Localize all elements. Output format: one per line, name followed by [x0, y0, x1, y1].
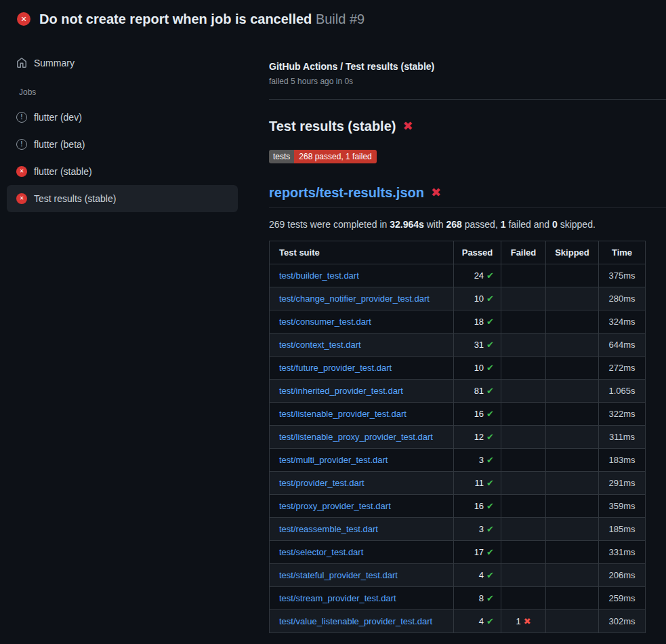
test-suite-link[interactable]: test/proxy_provider_test.dart: [279, 501, 391, 511]
test-suite-link[interactable]: test/selector_test.dart: [279, 547, 363, 557]
suite-cell: test/inherited_provider_test.dart: [270, 380, 454, 403]
divider: [269, 99, 666, 100]
check-icon: ✔: [486, 409, 494, 419]
check-icon: ✔: [486, 501, 494, 511]
table-row: test/future_provider_test.dart10✔272ms: [270, 357, 646, 380]
passed-count: 24: [474, 270, 484, 281]
check-icon: ✔: [486, 386, 494, 396]
col-header-skipped: Skipped: [546, 241, 599, 264]
cross-mark-icon: ✖: [524, 616, 531, 626]
time-cell: 183ms: [599, 449, 646, 472]
suite-cell: test/reassemble_test.dart: [270, 518, 454, 541]
passed-cell: 31✔: [454, 334, 501, 357]
table-row: test/inherited_provider_test.dart81✔1.06…: [270, 380, 646, 403]
sidebar-item-test-results-stable[interactable]: ✕Test results (stable): [7, 185, 238, 212]
time-cell: 206ms: [599, 564, 646, 587]
check-icon: ✔: [486, 524, 494, 534]
home-icon: [16, 58, 27, 68]
passed-count: 16: [474, 409, 484, 419]
test-suite-link[interactable]: test/listenable_provider_test.dart: [279, 409, 407, 419]
suite-cell: test/listenable_provider_test.dart: [270, 403, 454, 426]
summary-text: passed,: [462, 219, 501, 230]
skipped-cell: [546, 264, 599, 287]
table-row: test/value_listenable_provider_test.dart…: [270, 610, 646, 633]
skipped-cell: [546, 518, 599, 541]
suite-cell: test/builder_test.dart: [270, 264, 454, 287]
test-suite-link[interactable]: test/builder_test.dart: [279, 270, 359, 281]
test-suite-link[interactable]: test/stream_provider_test.dart: [279, 593, 396, 603]
time-cell: 359ms: [599, 495, 646, 518]
passed-cell: 18✔: [454, 310, 501, 334]
time-cell: 272ms: [599, 357, 646, 380]
test-suite-link[interactable]: test/consumer_test.dart: [279, 317, 371, 327]
badge-label: tests: [269, 150, 294, 163]
badge-value: 268 passed, 1 failed: [294, 150, 376, 163]
test-suite-link[interactable]: test/reassemble_test.dart: [279, 524, 378, 534]
failed-cell: [501, 541, 546, 564]
cross-mark-icon: ✖: [431, 184, 441, 201]
failed-cell: 1✖: [501, 610, 546, 633]
passed-cell: 10✔: [454, 357, 501, 380]
skipped-cell: [546, 403, 599, 426]
passed-count: 31: [474, 340, 484, 350]
passed-cell: 81✔: [454, 380, 501, 403]
summary-skipped-count: 0: [552, 219, 558, 230]
passed-count: 10: [474, 363, 484, 373]
sidebar-item-flutter-dev[interactable]: !flutter (dev): [7, 104, 238, 131]
skipped-cell: [546, 587, 599, 610]
table-row: test/provider_test.dart11✔291ms: [270, 472, 646, 495]
suite-cell: test/future_provider_test.dart: [270, 357, 454, 380]
test-suite-link[interactable]: test/change_notifier_provider_test.dart: [279, 294, 430, 304]
breadcrumb[interactable]: GitHub Actions / Test results (stable): [269, 60, 666, 73]
failed-cell: [501, 518, 546, 541]
sidebar: Summary Jobs !flutter (dev)!flutter (bet…: [7, 38, 238, 212]
test-suite-link[interactable]: test/listenable_proxy_provider_test.dart: [279, 432, 433, 442]
skipped-cell: [546, 380, 599, 403]
time-cell: 375ms: [599, 264, 646, 287]
test-suite-link[interactable]: test/value_listenable_provider_test.dart: [279, 616, 432, 626]
passed-cell: 16✔: [454, 403, 501, 426]
summary-text: skipped.: [558, 219, 596, 230]
failed-cell: [501, 495, 546, 518]
passed-count: 3: [479, 524, 484, 534]
table-row: test/listenable_proxy_provider_test.dart…: [270, 426, 646, 449]
time-cell: 259ms: [599, 587, 646, 610]
suite-cell: test/proxy_provider_test.dart: [270, 495, 454, 518]
test-suite-link[interactable]: test/inherited_provider_test.dart: [279, 386, 403, 396]
test-suite-link[interactable]: test/provider_test.dart: [279, 478, 365, 488]
failed-cell: [501, 587, 546, 610]
failed-status-icon: ✕: [16, 166, 27, 177]
sidebar-item-flutter-stable[interactable]: ✕flutter (stable): [7, 158, 238, 185]
test-suite-link[interactable]: test/future_provider_test.dart: [279, 363, 392, 373]
failed-cell: [501, 403, 546, 426]
report-link[interactable]: reports/test-results.json: [269, 184, 424, 201]
failed-cell: [501, 264, 546, 287]
skipped-cell: [546, 564, 599, 587]
passed-cell: 24✔: [454, 264, 501, 287]
passed-cell: 10✔: [454, 287, 501, 310]
tests-badge: tests 268 passed, 1 failed: [269, 150, 377, 163]
passed-count: 11: [475, 478, 484, 488]
failed-count: 1: [516, 616, 520, 626]
time-cell: 1.065s: [599, 380, 646, 403]
passed-cell: 3✔: [454, 449, 501, 472]
test-suite-link[interactable]: test/context_test.dart: [279, 340, 361, 350]
results-table: Test suite Passed Failed Skipped Time te…: [269, 241, 646, 633]
test-suite-link[interactable]: test/multi_provider_test.dart: [279, 455, 388, 465]
page: ✕ Do not create report when job is cance…: [0, 0, 666, 633]
build-number: Build #9: [316, 12, 365, 26]
suite-cell: test/stream_provider_test.dart: [270, 587, 454, 610]
summary-text: failed and: [506, 219, 553, 230]
summary-label: Summary: [34, 58, 75, 68]
passed-cell: 4✔: [454, 564, 501, 587]
sidebar-item-summary[interactable]: Summary: [7, 49, 238, 77]
failed-cell: [501, 287, 546, 310]
failed-cell: [501, 472, 546, 495]
passed-count: 12: [474, 432, 484, 442]
passed-cell: 17✔: [454, 541, 501, 564]
sidebar-item-flutter-beta[interactable]: !flutter (beta): [7, 131, 238, 158]
report-title: reports/test-results.json ✖: [269, 184, 666, 208]
check-icon: ✔: [486, 616, 494, 626]
test-suite-link[interactable]: test/stateful_provider_test.dart: [279, 570, 398, 580]
time-cell: 311ms: [599, 426, 646, 449]
